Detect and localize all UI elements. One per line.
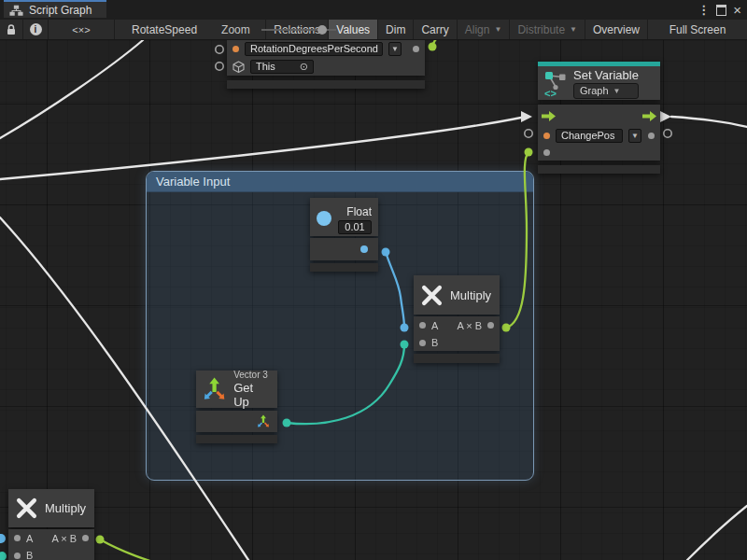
flow-input-arrow[interactable] xyxy=(542,111,556,121)
overview-button[interactable]: Overview xyxy=(585,20,648,39)
full-screen-button[interactable]: Full Screen xyxy=(648,20,747,39)
angle-brackets-icon: <×> xyxy=(72,24,90,35)
value-output-port[interactable] xyxy=(413,46,419,52)
float-value-input[interactable]: 0.01 xyxy=(338,220,372,234)
input-a-label: A xyxy=(431,320,438,331)
values-button[interactable]: Values xyxy=(329,20,378,39)
maximize-icon[interactable] xyxy=(716,5,726,16)
node-footer xyxy=(414,354,500,363)
chevron-down-icon[interactable]: ▼ xyxy=(628,129,641,143)
chevron-down-icon: ▼ xyxy=(494,25,501,34)
zoom-slider-handle[interactable] xyxy=(317,25,327,35)
output-label: A × B xyxy=(51,533,77,544)
variable-scope-dropdown[interactable]: Graph ▼ xyxy=(573,83,639,99)
object-picker-icon[interactable]: ⊙ xyxy=(300,60,308,74)
value-input-port[interactable] xyxy=(543,149,550,156)
output-port[interactable] xyxy=(82,535,89,541)
value-output-port[interactable] xyxy=(360,245,368,253)
graph-name-breadcrumb[interactable]: RotateSpeed xyxy=(132,23,197,36)
zoom-label: Zoom xyxy=(221,23,250,36)
cube-icon xyxy=(233,61,245,73)
vector3-axes-icon xyxy=(203,376,226,402)
output-label: A × B xyxy=(457,320,482,331)
output-port[interactable] xyxy=(487,322,494,329)
close-icon[interactable]: × xyxy=(733,3,741,17)
lock-button[interactable] xyxy=(0,20,23,39)
float-value: 0.01 xyxy=(345,220,364,234)
node-vector3-get-up[interactable]: Vector 3 Get Up xyxy=(196,371,277,443)
chevron-down-icon: ▼ xyxy=(613,87,621,95)
graph-reference-bar: RotateSpeed Zoom 0.9x xyxy=(115,20,266,39)
tab-script-graph[interactable]: Script Graph xyxy=(4,0,106,18)
distribute-dropdown[interactable]: Distribute▼ xyxy=(510,20,585,39)
carry-button[interactable]: Carry xyxy=(414,20,457,39)
node-multiply-bottom[interactable]: Multiply A A × B B xyxy=(8,489,94,560)
lock-icon xyxy=(5,23,18,36)
info-icon: i xyxy=(30,23,42,35)
svg-text:<>: <> xyxy=(544,88,557,98)
input-b-port[interactable] xyxy=(419,340,426,346)
node-title: Float xyxy=(346,205,372,218)
dim-button[interactable]: Dim xyxy=(378,20,414,39)
group-title: Variable Input xyxy=(156,175,230,189)
align-dropdown[interactable]: Align▼ xyxy=(458,20,511,39)
vector3-output-port[interactable] xyxy=(257,414,270,428)
node-footer xyxy=(196,435,277,443)
script-graph-window: Variable Input xyxy=(0,0,747,560)
variable-port-dot[interactable] xyxy=(233,46,239,52)
node-footer xyxy=(310,263,378,272)
node-get-variable[interactable]: RotationDegreesPerSecond ▼ This ⊙ xyxy=(227,40,425,89)
zoom-to-fit-button[interactable]: <×> xyxy=(49,20,115,39)
tab-title: Script Graph xyxy=(29,4,92,17)
variable-name-dropdown[interactable]: RotationDegreesPerSecond xyxy=(245,42,383,56)
window-tab-bar: Script Graph ⋮ × xyxy=(0,0,747,20)
node-type-label: Vector 3 xyxy=(233,370,271,380)
scope-label: Graph xyxy=(580,85,609,96)
node-title: Get Up xyxy=(233,381,271,409)
target-label: This xyxy=(256,60,275,74)
float-type-icon xyxy=(317,211,331,226)
input-b-port[interactable] xyxy=(14,553,21,559)
graph-variable-icon: <> xyxy=(544,69,568,98)
chevron-down-icon[interactable]: ▼ xyxy=(388,42,402,56)
multiply-icon xyxy=(420,284,444,307)
flow-output-arrow[interactable] xyxy=(642,111,656,121)
variable-name: ChangePos xyxy=(561,129,615,143)
variable-name-dropdown[interactable]: ChangePos xyxy=(556,129,623,143)
input-b-label: B xyxy=(431,337,438,348)
target-object-field[interactable]: This ⊙ xyxy=(250,60,314,74)
group-header[interactable]: Variable Input xyxy=(147,172,533,192)
chevron-down-icon: ▼ xyxy=(570,25,577,34)
node-set-variable[interactable]: <> Set Variable Graph ▼ xyxy=(538,62,660,174)
variable-name: RotationDegreesPerSecond xyxy=(250,42,378,56)
node-footer xyxy=(538,165,660,174)
node-multiply-center[interactable]: Multiply A A × B B xyxy=(414,275,500,363)
multiply-icon xyxy=(15,497,38,520)
hierarchy-icon xyxy=(9,4,23,17)
input-a-port[interactable] xyxy=(14,535,21,541)
zoom-slider[interactable] xyxy=(261,25,336,35)
node-title: Set Variable xyxy=(573,68,639,82)
node-title: Multiply xyxy=(450,288,491,302)
graph-toolbar: i <×> RotateSpeed Zoom 0.9x Relations Va… xyxy=(0,20,747,40)
node-title: Multiply xyxy=(45,501,86,515)
input-b-label: B xyxy=(26,550,33,560)
inspect-button[interactable]: i xyxy=(23,20,49,39)
input-a-port[interactable] xyxy=(419,322,426,329)
input-a-label: A xyxy=(26,533,33,544)
value-output-port[interactable] xyxy=(648,133,655,139)
variable-port-dot[interactable] xyxy=(543,133,550,139)
node-footer xyxy=(227,80,425,89)
kebab-menu-icon[interactable]: ⋮ xyxy=(698,4,710,16)
node-float-literal[interactable]: Float 0.01 xyxy=(310,198,378,272)
